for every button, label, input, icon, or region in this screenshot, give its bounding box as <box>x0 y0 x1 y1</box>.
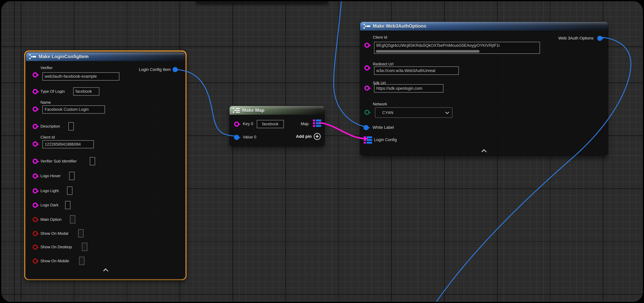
logo-dark-input[interactable] <box>65 201 70 209</box>
show-on-modal-label: Show On Modal <box>40 231 68 236</box>
redirect-url-label: Redirect Url <box>373 62 394 66</box>
pin-verifier-sub-identifier[interactable] <box>32 159 38 164</box>
blueprint-editor-window: Make LoginConfigItem Login Config Item V… <box>0 0 644 303</box>
node-header[interactable]: Make LoginConfigItem <box>26 52 185 61</box>
name-input[interactable]: Facebook Custom Login <box>42 105 105 114</box>
pin-show-on-desktop[interactable] <box>32 244 38 250</box>
node-header[interactable]: Make Web3AuthOptions <box>360 22 608 30</box>
pin-client-id[interactable] <box>364 43 370 48</box>
description-input[interactable] <box>68 122 74 130</box>
output-label: Login Config Item <box>139 67 170 72</box>
graph-canvas[interactable]: Make LoginConfigItem Login Config Item V… <box>1 1 643 302</box>
logo-light-input[interactable] <box>67 186 72 195</box>
login-config-label: Login Config <box>374 138 397 142</box>
show-on-desktop-checkbox[interactable] <box>82 243 87 251</box>
key-0-input[interactable]: facebook <box>257 120 284 128</box>
make-map-icon <box>233 108 240 113</box>
type-of-login-label: Type Of Login <box>40 89 65 94</box>
collapse-node-button[interactable] <box>481 149 487 153</box>
client-id-input[interactable]: 1222658941886084 <box>42 140 94 148</box>
show-on-mobile-checkbox[interactable] <box>79 257 84 265</box>
add-pin-label: Add pin <box>296 134 312 139</box>
output-pin-web3auth-options[interactable] <box>597 36 602 41</box>
map-output-label: Map <box>301 122 308 126</box>
verifier-sub-identifier-input[interactable] <box>90 157 95 165</box>
node-make-loginconfigitem[interactable]: Make LoginConfigItem Login Config Item V… <box>26 52 185 278</box>
pin-logo-light[interactable] <box>32 188 38 194</box>
map-output-pin[interactable] <box>313 120 321 127</box>
show-on-modal-checkbox[interactable] <box>78 229 84 238</box>
logo-dark-label: Logo Dark <box>40 203 58 208</box>
pin-logo-dark[interactable] <box>32 202 38 208</box>
node-title: Make Map <box>242 108 264 113</box>
redirect-url-input[interactable]: w3a://com.w3a.Web3AuthUnreal <box>374 66 459 75</box>
sdk-url-input[interactable]: https://sdk.openlogin.com <box>374 84 444 92</box>
value-0-label: Value 0 <box>243 135 256 140</box>
node-make-web3authoptions[interactable]: Make Web3AuthOptions Web 3Auth Options C… <box>360 22 608 156</box>
description-label: Description <box>40 124 60 129</box>
output-label: Web 3Auth Options <box>558 36 594 40</box>
pin-main-option[interactable] <box>32 217 38 222</box>
white-label-label: White Label <box>372 125 394 130</box>
pin-type-of-login[interactable] <box>32 89 38 94</box>
network-dropdown[interactable]: CYAN <box>375 107 452 118</box>
type-of-login-input[interactable]: facebook <box>73 87 99 96</box>
pin-verifier[interactable] <box>32 72 38 78</box>
wire-map-to-login-config[interactable] <box>320 123 367 138</box>
logo-hover-input[interactable] <box>69 172 74 180</box>
pin-white-label[interactable] <box>364 125 368 130</box>
output-pin-login-config-item[interactable] <box>172 67 178 72</box>
pin-key-0[interactable] <box>234 122 239 127</box>
client-id-label: Client Id <box>40 135 55 140</box>
pin-login-config[interactable] <box>364 136 372 144</box>
make-struct-icon <box>364 23 370 29</box>
chevron-down-icon <box>445 110 449 114</box>
name-label: Name <box>40 100 51 105</box>
pin-value-0[interactable] <box>234 135 239 140</box>
pin-network[interactable] <box>364 110 370 115</box>
add-pin-button[interactable]: Add pin <box>296 133 321 140</box>
key-0-label: Key 0 <box>243 122 253 126</box>
network-label: Network <box>373 102 387 106</box>
offscreen-node-fragment <box>196 1 328 4</box>
node-header[interactable]: Make Map <box>230 106 324 115</box>
pin-sdk-url[interactable] <box>364 86 370 91</box>
show-on-desktop-label: Show On Desktop <box>40 245 72 249</box>
pin-description[interactable] <box>32 124 38 129</box>
node-title: Make LoginConfigItem <box>39 54 88 59</box>
node-make-map[interactable]: Make Map Key 0 facebook Map Value 0 Add … <box>230 106 324 146</box>
logo-hover-label: Logo Hover <box>40 174 60 178</box>
node-title: Make Web3AuthOptions <box>373 24 426 29</box>
logo-light-label: Logo Light <box>40 188 59 193</box>
main-option-checkbox[interactable] <box>70 215 75 224</box>
pin-client-id[interactable] <box>32 142 38 146</box>
verifier-sub-identifier-label: Verifier Sub Identifier <box>40 159 77 164</box>
pin-logo-hover[interactable] <box>32 174 38 178</box>
verifier-label: Verifier <box>40 66 52 70</box>
pin-show-on-mobile[interactable] <box>32 258 38 264</box>
verifier-input[interactable]: web3auth-facebook-example <box>42 72 119 80</box>
add-pin-plus-icon <box>314 133 321 140</box>
client-id-label: Client Id <box>373 35 387 40</box>
pin-show-on-modal[interactable] <box>32 231 38 236</box>
client-id-scrollbar[interactable] <box>376 50 480 52</box>
selection-border: Make LoginConfigItem Login Config Item V… <box>24 50 186 280</box>
main-option-label: Main Option <box>40 217 62 222</box>
pin-name[interactable] <box>32 106 38 112</box>
make-struct-icon <box>29 54 36 60</box>
network-selected-value: CYAN <box>382 110 394 115</box>
wire-top-to-white-label[interactable] <box>334 1 364 126</box>
collapse-node-button[interactable] <box>103 268 109 272</box>
show-on-mobile-label: Show On Mobile <box>40 259 69 263</box>
pin-redirect-url[interactable] <box>364 66 370 70</box>
